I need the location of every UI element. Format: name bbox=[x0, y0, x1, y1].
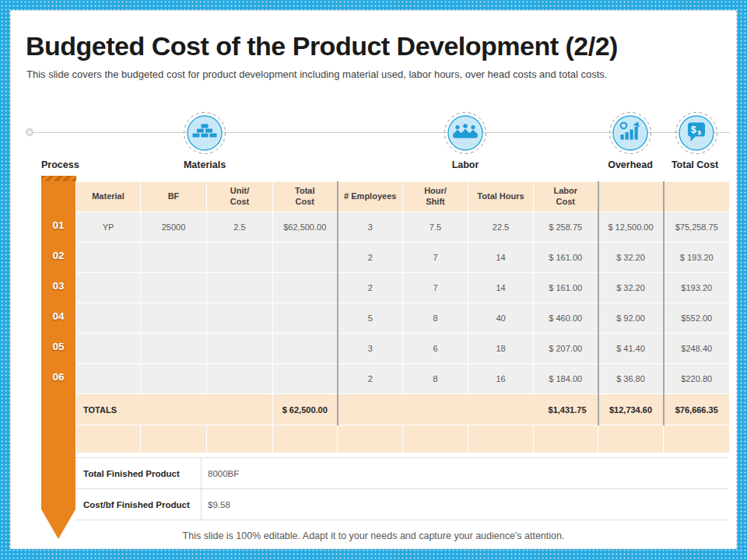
flow-start-dot bbox=[26, 128, 33, 136]
col-header: Material bbox=[76, 182, 141, 212]
table-cell: 16 bbox=[468, 364, 534, 394]
table-cell bbox=[76, 334, 141, 364]
table-cell: 3 bbox=[338, 212, 403, 243]
process-step-number: 01 bbox=[41, 219, 75, 233]
table-cell bbox=[141, 334, 207, 364]
table-cell: $248.40 bbox=[664, 334, 730, 364]
labor-total: $1,431.75 bbox=[338, 394, 598, 425]
spacer-cell bbox=[338, 425, 403, 453]
totals-row: TOTALS $ 62,500.00 $1,431.75 $12,734.60 … bbox=[76, 394, 730, 425]
col-header: BF bbox=[141, 182, 207, 212]
totals-label: TOTALS bbox=[76, 394, 273, 425]
table-cell: $ 161.00 bbox=[534, 243, 598, 273]
bricks-icon bbox=[183, 111, 226, 155]
table-cell: $220.80 bbox=[664, 364, 730, 394]
spacer-cell bbox=[403, 425, 468, 453]
table-cell bbox=[207, 303, 273, 334]
table-cell: $ 32.20 bbox=[598, 273, 664, 303]
table-cell bbox=[141, 303, 207, 334]
spacer-cell bbox=[207, 425, 273, 453]
table-cell: $ 41.40 bbox=[598, 334, 664, 364]
col-header: Unit/ Cost bbox=[207, 182, 273, 212]
summary-row: Cost/bf Finished Product $9.58 bbox=[75, 489, 728, 520]
spacer-cell bbox=[76, 425, 141, 453]
spacer-cell bbox=[468, 425, 534, 453]
col-header: # Employees bbox=[338, 182, 403, 212]
table-cell: 18 bbox=[468, 334, 534, 364]
page-title: Budgeted Cost of the Product Development… bbox=[26, 31, 617, 61]
col-header bbox=[664, 182, 730, 212]
process-step-number: 04 bbox=[41, 310, 75, 324]
table-cell: $ 258.75 bbox=[534, 212, 598, 243]
table-cell bbox=[207, 334, 273, 364]
table-cell: $ 184.00 bbox=[534, 364, 598, 394]
table-cell: $ 193.20 bbox=[664, 243, 730, 273]
process-step-number: 02 bbox=[41, 250, 75, 264]
svg-text:$: $ bbox=[698, 129, 702, 136]
table-cell: $ 12,500.00 bbox=[598, 212, 664, 243]
table-row: 3 6 18 $ 207.00 $ 41.40 $248.40 bbox=[76, 334, 730, 364]
table-cell: $552.00 bbox=[664, 303, 730, 334]
growth-chart-icon bbox=[608, 111, 652, 155]
spacer-cell bbox=[141, 425, 207, 453]
table-cell bbox=[207, 364, 273, 394]
table-cell bbox=[76, 364, 141, 394]
stage-label-labor: Labor bbox=[452, 159, 479, 170]
table-cell bbox=[273, 303, 338, 334]
overhead-total: $12,734.60 bbox=[598, 394, 664, 425]
table-row: 2 7 14 $ 161.00 $ 32.20 $193.20 bbox=[76, 273, 730, 303]
table-cell: 5 bbox=[338, 303, 403, 334]
table-row: 2 8 16 $ 184.00 $ 36.80 $220.80 bbox=[76, 364, 730, 394]
summary-table: Total Finished Product 8000BF Cost/bf Fi… bbox=[75, 457, 728, 520]
stage-label-total-cost: Total Cost bbox=[672, 159, 718, 170]
summary-label: Total Finished Product bbox=[75, 458, 202, 489]
table-cell: 14 bbox=[468, 243, 534, 273]
table-cell: 40 bbox=[468, 303, 534, 334]
table-cell: 7 bbox=[403, 243, 468, 273]
table-cell bbox=[141, 364, 207, 394]
table-row: YP 25000 2.5 $62,500.00 3 7.5 22.5 $ 258… bbox=[76, 212, 730, 243]
table-cell bbox=[76, 303, 141, 334]
table-cell bbox=[141, 273, 207, 303]
table-cell: 25000 bbox=[141, 212, 207, 243]
table-row: 5 8 40 $ 460.00 $ 92.00 $552.00 bbox=[76, 303, 730, 334]
ribbon-hatch-stripe bbox=[41, 176, 76, 181]
table-cell: YP bbox=[76, 212, 141, 243]
stage-label-materials: Materials bbox=[184, 159, 226, 170]
table-cell bbox=[273, 243, 338, 273]
table-cell: 14 bbox=[468, 273, 534, 303]
process-ribbon bbox=[41, 181, 75, 539]
table-cell bbox=[207, 273, 273, 303]
spacer-cell bbox=[664, 425, 730, 453]
table-cell: 7.5 bbox=[403, 212, 468, 243]
cost-bubble-icon: $ $ bbox=[675, 111, 718, 155]
process-step-number: 06 bbox=[41, 371, 75, 385]
spacer-cell bbox=[534, 425, 598, 453]
col-header: Total Hours bbox=[468, 182, 534, 212]
grand-total: $76,666.35 bbox=[664, 394, 730, 425]
table-cell: $ 460.00 bbox=[534, 303, 598, 334]
stage-label-overhead: Overhead bbox=[608, 159, 653, 170]
table-cell: 2 bbox=[338, 243, 403, 273]
table-cell: $75,258.75 bbox=[664, 212, 730, 243]
summary-value: $9.58 bbox=[202, 489, 728, 520]
svg-text:$: $ bbox=[691, 124, 696, 135]
process-step-number: 05 bbox=[41, 341, 75, 355]
team-icon bbox=[444, 111, 487, 155]
page-subtitle: This slide covers the budgeted cost for … bbox=[26, 68, 649, 80]
spacer-row bbox=[76, 425, 730, 453]
summary-row: Total Finished Product 8000BF bbox=[75, 458, 728, 489]
table-cell bbox=[141, 243, 207, 273]
table-cell bbox=[76, 273, 141, 303]
table-row: 2 7 14 $ 161.00 $ 32.20 $ 193.20 bbox=[76, 243, 730, 273]
table-header-row: Material BF Unit/ Cost Total Cost # Empl… bbox=[76, 182, 730, 212]
table-cell: $62,500.00 bbox=[273, 212, 338, 243]
table-cell: 2.5 bbox=[207, 212, 273, 243]
table-cell: 6 bbox=[403, 334, 468, 364]
table-cell bbox=[207, 243, 273, 273]
spacer-cell bbox=[273, 425, 338, 453]
budget-table: Material BF Unit/ Cost Total Cost # Empl… bbox=[75, 181, 730, 453]
col-header: Total Cost bbox=[273, 182, 338, 212]
table-cell: $ 92.00 bbox=[598, 303, 664, 334]
table-cell bbox=[273, 273, 338, 303]
